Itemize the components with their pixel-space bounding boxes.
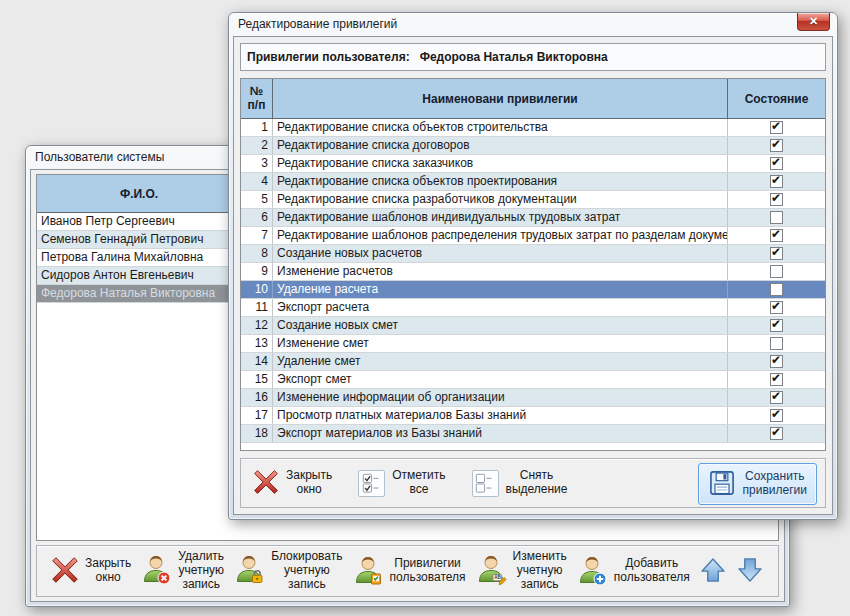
privilege-state-cell	[728, 157, 825, 170]
privilege-row[interactable]: 12 Создание новых смет	[241, 317, 825, 335]
privileges-table: № п/п Наименовани привилегии Состояние 1…	[240, 78, 826, 451]
privilege-name: Удаление расчета	[273, 281, 728, 298]
privilege-state-cell	[728, 319, 825, 332]
privilege-row[interactable]: 11 Экспорт расчета	[241, 299, 825, 317]
privilege-checkbox[interactable]	[770, 265, 783, 278]
privilege-row[interactable]: 16 Изменение информации об организации	[241, 389, 825, 407]
privilege-name: Экспорт материалов из Базы знаний	[273, 425, 728, 442]
block-account-button[interactable]: Блокировать учетную запись	[233, 550, 342, 591]
privilege-checkbox[interactable]	[770, 193, 783, 206]
selected-user-name: Федорова Наталья Викторовна	[420, 50, 608, 64]
privilege-row[interactable]: 3 Редактирование списка заказчиков	[241, 155, 825, 173]
close-icon[interactable]: ✕	[797, 13, 830, 31]
delete-account-button[interactable]: Удалить учетную запись	[140, 550, 224, 591]
button-label: Привилегии пользователя	[390, 557, 466, 585]
privilege-row[interactable]: 4 Редактирование списка объектов проекти…	[241, 173, 825, 191]
privilege-name: Создание новых расчетов	[273, 245, 728, 262]
privilege-row[interactable]: 15 Экспорт смет	[241, 371, 825, 389]
privilege-row[interactable]: 7 Редактирование шаблонов распределения …	[241, 227, 825, 245]
privileges-table-header: № п/п Наименовани привилегии Состояние	[241, 79, 825, 119]
privilege-number: 4	[241, 173, 273, 190]
privilege-checkbox[interactable]	[770, 175, 783, 188]
privilege-checkbox[interactable]	[770, 139, 783, 152]
privilege-checkbox[interactable]	[770, 409, 783, 422]
user-name: Иванов Петр Сергеевич	[37, 213, 242, 230]
user-privileges-label: Привилегии пользователя:	[247, 50, 410, 64]
privilege-checkbox[interactable]	[770, 337, 783, 350]
button-label: Закрыть окно	[286, 469, 332, 497]
privilege-number: 9	[241, 263, 273, 280]
privilege-row[interactable]: 9 Изменение расчетов	[241, 263, 825, 281]
privilege-checkbox[interactable]	[770, 211, 783, 224]
users-toolbar: Закрыть окно Удалить учетную запись	[36, 545, 779, 597]
column-header-num: № п/п	[241, 79, 273, 118]
user-privileges-button[interactable]: Привилегии пользователя	[352, 554, 466, 589]
close-dialog-button[interactable]: Закрыть окно	[253, 469, 332, 498]
arrow-down-icon	[736, 556, 764, 587]
privilege-name: Редактирование списка заказчиков	[273, 155, 728, 172]
privilege-name: Создание новых смет	[273, 317, 728, 334]
privilege-state-cell	[728, 373, 825, 386]
privilege-checkbox[interactable]	[770, 427, 783, 440]
privilege-state-cell	[728, 247, 825, 260]
uncheck-all-icon	[472, 470, 499, 497]
privilege-checkbox[interactable]	[770, 247, 783, 260]
privilege-row[interactable]: 17 Просмотр платных материалов Базы знан…	[241, 407, 825, 425]
dialog-titlebar[interactable]: Редактирование привилегий	[229, 13, 837, 35]
privilege-number: 16	[241, 389, 273, 406]
uncheck-all-button[interactable]: Снять выделение	[472, 469, 568, 497]
button-label: Отметить все	[392, 469, 445, 497]
privilege-name: Редактирование списка разработчиков доку…	[273, 191, 728, 208]
dialog-title: Редактирование привилегий	[238, 17, 397, 31]
privilege-checkbox[interactable]	[770, 121, 783, 134]
move-down-button[interactable]	[736, 556, 764, 587]
red-x-icon	[51, 556, 79, 587]
privilege-name: Удаление смет	[273, 353, 728, 370]
privilege-state-cell	[728, 139, 825, 152]
privilege-checkbox[interactable]	[770, 373, 783, 386]
privilege-state-cell	[728, 409, 825, 422]
privilege-name: Изменение смет	[273, 335, 728, 352]
user-edit-icon: AB	[475, 553, 507, 588]
privilege-row[interactable]: 6 Редактирование шаблонов индивидуальных…	[241, 209, 825, 227]
privilege-checkbox[interactable]	[770, 283, 783, 296]
arrow-up-icon	[699, 556, 727, 587]
edit-account-button[interactable]: AB Изменить учетную запись	[475, 550, 567, 591]
privilege-row[interactable]: 18 Экспорт материалов из Базы знаний	[241, 425, 825, 443]
save-privileges-button[interactable]: Сохранить привилегии	[698, 463, 817, 505]
privilege-name: Редактирование списка объектов проектиро…	[273, 173, 728, 190]
button-label: Добавить пользователя	[614, 557, 690, 585]
add-user-button[interactable]: Добавить пользователя	[576, 554, 690, 589]
privilege-row[interactable]: 2 Редактирование списка договоров	[241, 137, 825, 155]
privilege-state-cell	[728, 337, 825, 350]
privilege-row[interactable]: 13 Изменение смет	[241, 335, 825, 353]
privilege-row[interactable]: 14 Удаление смет	[241, 353, 825, 371]
privilege-checkbox[interactable]	[770, 391, 783, 404]
privilege-checkbox[interactable]	[770, 319, 783, 332]
privilege-checkbox[interactable]	[770, 301, 783, 314]
user-name: Федорова Наталья Викторовна	[37, 285, 242, 302]
privilege-state-cell	[728, 427, 825, 440]
check-all-button[interactable]: Отметить все	[358, 469, 445, 497]
privilege-state-cell	[728, 355, 825, 368]
privilege-checkbox[interactable]	[770, 355, 783, 368]
privilege-state-cell	[728, 193, 825, 206]
column-header-state: Состояние	[728, 79, 825, 118]
user-name: Сидоров Антон Евгеньевич	[37, 267, 242, 284]
privilege-row[interactable]: 1 Редактирование списка объектов строите…	[241, 119, 825, 137]
privilege-row[interactable]: 10 Удаление расчета	[241, 281, 825, 299]
privilege-number: 10	[241, 281, 273, 298]
privilege-row[interactable]: 8 Создание новых расчетов	[241, 245, 825, 263]
privilege-checkbox[interactable]	[770, 229, 783, 242]
privilege-number: 8	[241, 245, 273, 262]
privilege-checkbox[interactable]	[770, 157, 783, 170]
move-up-button[interactable]	[699, 556, 727, 587]
user-name: Петрова Галина Михайловна	[37, 249, 242, 266]
privilege-row[interactable]: 5 Редактирование списка разработчиков до…	[241, 191, 825, 209]
privilege-number: 15	[241, 371, 273, 388]
user-privileges-icon	[352, 554, 384, 589]
privilege-number: 5	[241, 191, 273, 208]
user-privileges-caption: Привилегии пользователя: Федорова Наталь…	[240, 43, 826, 71]
privilege-state-cell	[728, 175, 825, 188]
close-window-button[interactable]: Закрыть окно	[51, 556, 131, 587]
